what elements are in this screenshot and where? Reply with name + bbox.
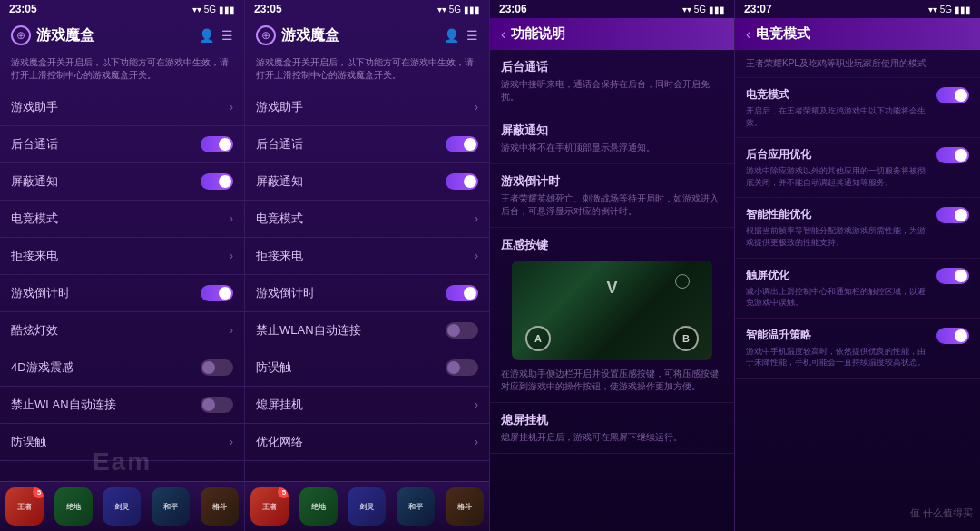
- person-icon-1[interactable]: 👤: [199, 28, 214, 43]
- toggle-mistouch-2[interactable]: [446, 359, 478, 376]
- time-2: 23:05: [254, 3, 282, 15]
- esports-item-temp-strategy[interactable]: 智能温升策略 游戏中手机温度较高时，依然提供优良的性能，由于未降性能，手机可能会…: [735, 319, 980, 379]
- panel-2-menu: 游戏助手 › 后台通话 屏蔽通知 电竞模式 › 拒接来电 › 游戏倒计时 禁止W…: [245, 89, 489, 531]
- feature-desc-pressure-keys: 在游戏助手侧边栏开启并设置压感按键，可将压感按键对应到游戏中的操作按钮，使游戏操…: [501, 368, 723, 393]
- chevron-icon: ›: [475, 398, 478, 411]
- esports-intro: 王者荣耀KPL及吃鸡等职业玩家所使用的模式: [735, 50, 980, 78]
- toggle-temp-strategy[interactable]: [936, 328, 969, 344]
- menu-item-esports-2[interactable]: 电竞模式 ›: [245, 201, 489, 238]
- wifi-icon-1: ▾▾: [192, 5, 201, 15]
- feature-item-screenoff: 熄屏挂机 熄屏挂机开启后，游戏可在黑屏下继续运行。: [490, 403, 734, 454]
- time-1: 23:05: [9, 3, 37, 15]
- toggle-block-notify-2[interactable]: [446, 173, 478, 190]
- status-bar-4: 23:07 ▾▾ 5G ▮▮▮: [735, 0, 980, 18]
- toggle-background-call-2[interactable]: [446, 136, 478, 152]
- panel-1-desc: 游戏魔盒开关开启后，以下功能方可在游戏中生效，请打开上滑控制中心的游戏魔盒开关。: [0, 53, 244, 89]
- signal-icon-2: 5G: [449, 5, 461, 15]
- nav-game-2-2[interactable]: 绝地: [299, 487, 338, 526]
- esports-item-name-3: 触屏优化: [746, 268, 929, 283]
- chevron-icon: ›: [475, 250, 478, 262]
- toggle-block-notify-1[interactable]: [201, 173, 233, 190]
- features-list: 后台通话 游戏中接听来电，通话会保持在后台，同时会开启免扰。 屏蔽通知 游戏中将…: [490, 50, 734, 531]
- feature-desc-block-notify: 游戏中将不在手机顶部显示悬浮通知。: [501, 142, 723, 154]
- status-icons-1: ▾▾ 5G ▮▮▮: [192, 5, 235, 15]
- panel-2: 23:05 ▾▾ 5G ▮▮▮ ⊕ 游戏魔盒 👤 ☰ 游戏魔盒开关开启后，以下功…: [245, 0, 490, 531]
- menu-item-game-assistant-2[interactable]: 游戏助手 ›: [245, 89, 489, 126]
- menu-item-wlan-2[interactable]: 禁止WLAN自动连接: [245, 312, 489, 349]
- feature-name-countdown: 游戏倒计时: [501, 173, 723, 190]
- menu-item-background-call-2[interactable]: 后台通话: [245, 126, 489, 163]
- panel-features: 23:06 ▾▾ 5G ▮▮▮ ‹ 功能说明 后台通话 游戏中接听来电，通话会保…: [490, 0, 735, 531]
- esports-item-esports-mode[interactable]: 电竞模式 开启后，在王者荣耀及吃鸡游戏中以下功能将会生效。: [735, 78, 980, 138]
- esports-item-smart-perf[interactable]: 智能性能优化 根据当前帧率等智能分配游戏游戏所需性能，为游戏提供更极致的性能支持…: [735, 198, 980, 258]
- esports-list: 电竞模式 开启后，在王者荣耀及吃鸡游戏中以下功能将会生效。 后台应用优化 游戏中…: [735, 78, 980, 531]
- toggle-4d-1[interactable]: [201, 359, 233, 376]
- feature-name-block-notify: 屏蔽通知: [501, 123, 723, 139]
- menu-item-block-notify-1[interactable]: 屏蔽通知: [0, 163, 244, 201]
- menu-item-wlan-1[interactable]: 禁止WLAN自动连接: [0, 387, 244, 424]
- esports-item-name-1: 后台应用优化: [746, 147, 929, 162]
- feature-item-background-call: 后台通话 游戏中接听来电，通话会保持在后台，同时会开启免扰。: [490, 50, 734, 113]
- menu-item-esports-1[interactable]: 电竞模式 ›: [0, 201, 244, 238]
- menu-item-mistouch-2[interactable]: 防误触: [245, 349, 489, 387]
- menu-item-lights-1[interactable]: 酷炫灯效 ›: [0, 312, 244, 349]
- esports-item-name-2: 智能性能优化: [746, 207, 929, 222]
- battery-icon-1: ▮▮▮: [219, 5, 235, 15]
- esports-item-desc-1: 游戏中除应游戏以外的其他应用的一切服务将被彻底关闭，并不能自动调起其通知等服务。: [746, 165, 929, 188]
- panel-esports: 23:07 ▾▾ 5G ▮▮▮ ‹ 电竞模式 王者荣耀KPL及吃鸡等职业玩家所使…: [735, 0, 980, 531]
- nav-game-2-4[interactable]: 和平: [397, 487, 435, 526]
- nav-game-5[interactable]: 格斗: [201, 487, 239, 526]
- signal-icon-3: 5G: [694, 5, 706, 15]
- nav-game-3[interactable]: 剑灵: [103, 487, 141, 526]
- add-icon-2[interactable]: ⊕: [256, 25, 276, 45]
- nav-game-4[interactable]: 和平: [152, 487, 190, 526]
- person-icon-2[interactable]: 👤: [444, 28, 459, 43]
- nav-game-2[interactable]: 绝地: [54, 487, 93, 526]
- game-screenshot: V A B: [512, 261, 712, 360]
- add-icon-1[interactable]: ⊕: [11, 25, 31, 45]
- toggle-wlan-2[interactable]: [446, 322, 478, 339]
- feature-name-screenoff: 熄屏挂机: [501, 412, 723, 428]
- panel-2-desc: 游戏魔盒开关开启后，以下功能方可在游戏中生效，请打开上滑控制中心的游戏魔盒开关。: [245, 53, 489, 89]
- menu-item-reject-call-2[interactable]: 拒接来电 ›: [245, 238, 489, 275]
- feature-name-pressure-keys: 压感按键: [501, 237, 723, 253]
- toggle-countdown-1[interactable]: [201, 285, 233, 301]
- wifi-icon-4: ▾▾: [928, 5, 937, 15]
- menu-icon-1[interactable]: ☰: [221, 28, 233, 43]
- chevron-icon: ›: [475, 212, 478, 225]
- menu-item-screenoff-2[interactable]: 熄屏挂机 ›: [245, 387, 489, 424]
- nav-game-2-5[interactable]: 格斗: [446, 487, 484, 526]
- menu-icon-2[interactable]: ☰: [466, 28, 478, 43]
- menu-item-game-assistant-1[interactable]: 游戏助手 ›: [0, 89, 244, 126]
- nav-game-1[interactable]: 王者 5: [5, 487, 44, 526]
- toggle-esports-mode[interactable]: [936, 87, 969, 103]
- menu-item-countdown-2[interactable]: 游戏倒计时: [245, 275, 489, 312]
- nav-game-2-3[interactable]: 剑灵: [348, 487, 386, 526]
- menu-item-optimize-net-2[interactable]: 优化网络 ›: [245, 424, 489, 461]
- features-back-button[interactable]: ‹: [501, 26, 505, 43]
- esports-item-touch-opt[interactable]: 触屏优化 减小调出上滑控制中心和通知栏的触控区域，以避免游戏中误触。: [735, 259, 980, 319]
- menu-item-mistouch-1[interactable]: 防误触 ›: [0, 424, 244, 461]
- esports-back-button[interactable]: ‹: [746, 26, 750, 43]
- chevron-icon: ›: [475, 101, 478, 113]
- esports-item-name-4: 智能温升策略: [746, 328, 929, 343]
- status-icons-4: ▾▾ 5G ▮▮▮: [928, 5, 971, 15]
- toggle-wlan-1[interactable]: [201, 397, 233, 413]
- toggle-background-call-1[interactable]: [201, 136, 233, 152]
- signal-icon-1: 5G: [204, 5, 216, 15]
- menu-item-background-call-1[interactable]: 后台通话: [0, 126, 244, 163]
- toggle-touch-opt[interactable]: [936, 268, 969, 284]
- time-4: 23:07: [744, 3, 772, 15]
- menu-item-4d-1[interactable]: 4D游戏震感: [0, 349, 244, 387]
- esports-item-bg-app-opt[interactable]: 后台应用优化 游戏中除应游戏以外的其他应用的一切服务将被彻底关闭，并不能自动调起…: [735, 138, 980, 198]
- nav-game-2-1[interactable]: 王者 5: [250, 487, 289, 526]
- toggle-bg-app-opt[interactable]: [936, 147, 969, 163]
- menu-item-block-notify-2[interactable]: 屏蔽通知: [245, 163, 489, 201]
- hud-v-label: V: [606, 279, 617, 298]
- menu-item-countdown-1[interactable]: 游戏倒计时: [0, 275, 244, 312]
- menu-item-reject-call-1[interactable]: 拒接来电 ›: [0, 238, 244, 275]
- toggle-countdown-2[interactable]: [446, 285, 478, 301]
- feature-desc-background-call: 游戏中接听来电，通话会保持在后台，同时会开启免扰。: [501, 78, 723, 103]
- panel-1-title: 游戏魔盒: [36, 26, 94, 45]
- toggle-smart-perf[interactable]: [936, 207, 969, 223]
